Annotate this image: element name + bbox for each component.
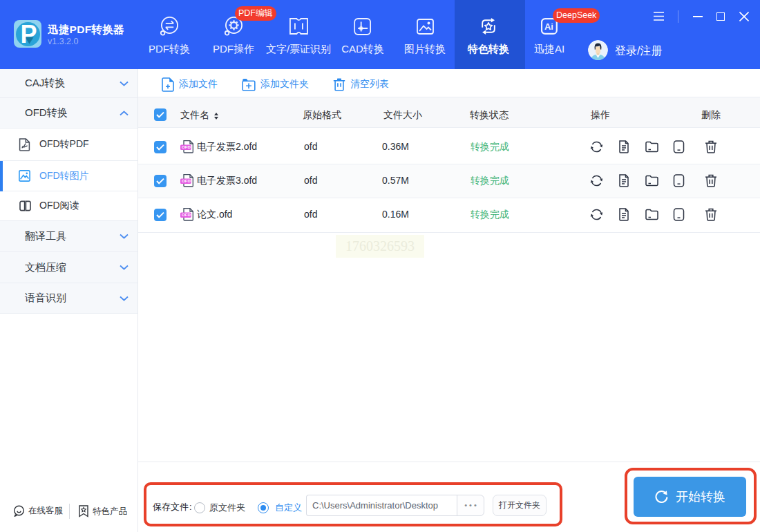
- svg-text:P: P: [21, 20, 37, 48]
- svg-text:OFD: OFD: [182, 213, 191, 217]
- svg-text:Ai: Ai: [544, 21, 553, 32]
- svg-text:OFD: OFD: [182, 179, 191, 183]
- svg-text:OFD: OFD: [182, 145, 191, 149]
